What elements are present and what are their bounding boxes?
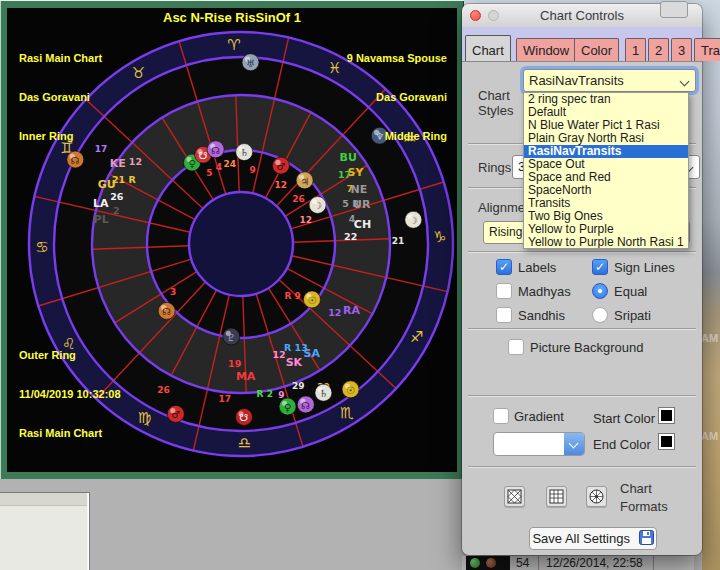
planet-degree-label: 12 — [274, 180, 287, 190]
planet-degree-label: 17 — [218, 394, 231, 404]
gradient-dropdown-button[interactable] — [564, 433, 584, 455]
gradient-dropdown[interactable] — [493, 432, 585, 456]
tab-2[interactable]: 2 — [648, 38, 669, 61]
picture-background-checkbox[interactable] — [508, 339, 524, 355]
zodiac-glyph: ♋ — [35, 238, 48, 256]
middle-ring-planet-label: MA — [236, 370, 256, 383]
labels-checkbox[interactable] — [496, 259, 512, 275]
tab-1[interactable]: 1 — [625, 38, 646, 61]
scrollbar-cap — [660, 1, 688, 18]
middle-ring-planet-label: LA — [93, 197, 109, 210]
wallpaper-watermark: AM — [701, 332, 718, 344]
planet-degree-label: 9 — [250, 165, 256, 175]
middle-ring-degree-label: 12 — [272, 349, 285, 360]
green-planet-icon — [470, 558, 480, 568]
zodiac-glyph: ♈ — [227, 36, 240, 54]
planet-glyph: ☉ — [307, 295, 316, 306]
zodiac-glyph: ♑ — [433, 228, 446, 246]
wheel-chart-format-button[interactable] — [586, 486, 607, 507]
chart-styles-dropdown[interactable]: RasiNavTransits — [523, 69, 696, 92]
chart-label-top-right: 9 Navamsa Spouse Das Goravani Middle Rin… — [347, 26, 447, 169]
chart-styles-value: RasiNavTransits — [529, 73, 624, 88]
chart-label-line: Das Goravani — [19, 91, 102, 104]
gradient-checkbox-label: Gradient — [514, 409, 564, 424]
chart-canvas[interactable]: ♈♓♒♑♐♏♎♍♌♋♊♉KE12GU21 RLA26PL2BU17SY7NE5 … — [7, 8, 457, 472]
chart-controls-window: Chart Controls ChartWindowColor123Transi… — [462, 4, 702, 555]
brown-planet-icon — [486, 558, 496, 568]
save-all-settings-button[interactable]: Save All Settings — [529, 527, 657, 550]
planet-glyph: ♂ — [276, 161, 285, 172]
sign-lines-checkbox-label: Sign Lines — [614, 260, 675, 275]
chart-label-line: 11/04/2019 10:32:08 — [19, 388, 121, 401]
gradient-checkbox[interactable] — [493, 408, 509, 424]
planet-glyph: ♀ — [188, 158, 195, 169]
madhyas-checkbox[interactable] — [496, 283, 512, 299]
end-color-swatch[interactable] — [658, 433, 675, 450]
middle-ring-planet-label: UR — [353, 198, 371, 211]
save-all-settings-label: Save All Settings — [532, 531, 630, 546]
middle-ring-degree-label: 26 — [110, 191, 124, 202]
rings-label: Rings — [478, 160, 511, 175]
zodiac-glyph: ♉ — [132, 64, 145, 82]
planet-glyph: ♄ — [319, 388, 328, 399]
zodiac-glyph: ♓ — [328, 59, 341, 77]
start-color-swatch[interactable] — [658, 407, 675, 424]
chart-label-line: Rasi Main Chart — [19, 52, 102, 65]
chevron-down-icon — [569, 439, 579, 449]
planet-glyph: ☉ — [346, 385, 355, 396]
chart-label-bottom-left: Outer Ring 11/04/2019 10:32:08 Rasi Main… — [19, 323, 121, 466]
tab-window[interactable]: Window — [516, 38, 576, 61]
chart-label-top-left: Rasi Main Chart Das Goravani Inner Ring — [19, 26, 102, 169]
planet-degree-label: 24 — [223, 159, 236, 169]
planet-glyph: ☊ — [301, 400, 310, 411]
planet-degree-label: 21 — [392, 236, 405, 246]
chart-styles-label: Chart Styles — [478, 88, 522, 118]
equal-radio-label: Equal — [614, 284, 647, 299]
diamond-hatch-icon — [505, 487, 524, 506]
zodiac-glyph: ♍ — [138, 409, 151, 427]
sign-lines-checkbox[interactable] — [592, 259, 608, 275]
sandhis-checkbox[interactable] — [496, 307, 512, 323]
wheel-icon — [587, 487, 606, 506]
grid-icon — [547, 487, 566, 506]
zodiac-glyph: ♐ — [410, 328, 423, 346]
section-divider — [468, 328, 696, 329]
planet-icon-cell — [466, 556, 510, 570]
planet-glyph: ♅ — [246, 58, 255, 69]
planet-glyph: ☋ — [199, 150, 208, 161]
zodiac-glyph: ♏ — [340, 404, 354, 422]
planet-degree-label: 9 — [278, 390, 284, 400]
tab-transit[interactable]: Transit — [694, 38, 720, 61]
sandhis-checkbox-label: Sandhis — [518, 308, 565, 323]
row-number-cell: 54 — [516, 556, 529, 570]
planet-glyph: ☊ — [162, 306, 171, 317]
north-chart-format-button[interactable] — [546, 486, 567, 507]
sripati-radio[interactable] — [592, 307, 608, 323]
tab-strip: ChartWindowColor123Transit — [462, 27, 702, 62]
south-chart-format-button[interactable] — [504, 486, 525, 507]
tab-color[interactable]: Color — [574, 38, 619, 61]
section-divider — [468, 251, 696, 252]
planet-glyph: ♄ — [240, 147, 249, 158]
chart-label-line: Das Goravani — [347, 91, 447, 104]
zodiac-glyph: ♎ — [238, 434, 251, 452]
chevron-down-icon — [680, 77, 690, 87]
tab-3[interactable]: 3 — [671, 38, 692, 61]
planet-degree-label: R 2 — [257, 389, 273, 399]
start-color-label: Start Color — [593, 411, 655, 426]
middle-ring-planet-label: RA — [343, 304, 360, 317]
equal-radio[interactable] — [592, 283, 608, 299]
middle-ring-planet-label: KE — [110, 157, 126, 170]
chart-label-line: 9 Navamsa Spouse — [347, 52, 447, 65]
madhyas-checkbox-label: Madhyas — [518, 284, 571, 299]
middle-ring-degree-label: 2 — [113, 205, 120, 216]
planet-degree-label: 4 — [216, 162, 222, 172]
middle-ring-planet-label: CH — [354, 218, 371, 231]
planet-degree-label: 5 — [206, 168, 212, 178]
tab-chart[interactable]: Chart — [465, 35, 511, 61]
floppy-disk-icon — [639, 530, 654, 545]
chart-style-option[interactable]: Yellow to Purple North Rasi 1 — [524, 236, 688, 249]
cell-divider — [538, 556, 539, 570]
chart-label-line: Middle Ring — [347, 130, 447, 143]
planet-glyph: ☽ — [313, 200, 322, 211]
